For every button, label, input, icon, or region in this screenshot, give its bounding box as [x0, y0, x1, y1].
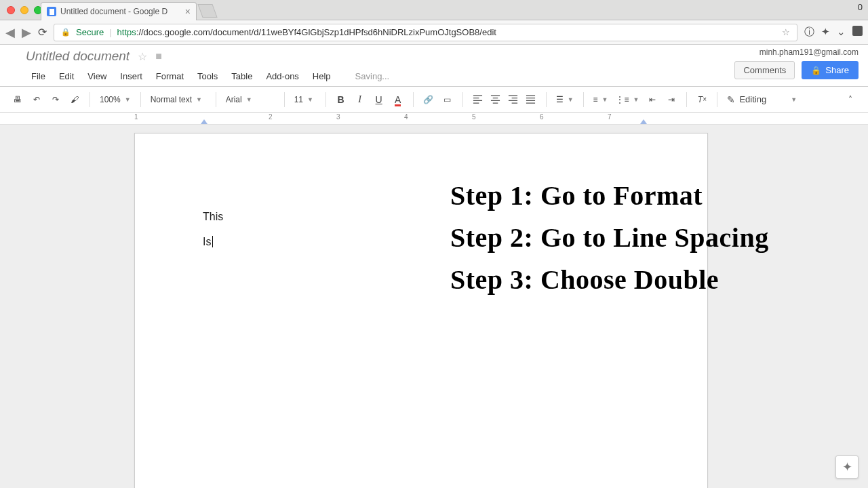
ruler-mark: 6	[540, 113, 544, 121]
minimize-window-icon[interactable]	[20, 6, 28, 14]
style-picker[interactable]: Normal text▼	[148, 95, 209, 104]
menu-file[interactable]: File	[26, 69, 51, 83]
url-text: https://docs.google.com/document/d/11weB…	[117, 27, 496, 37]
info-icon[interactable]: ⓘ	[804, 26, 814, 39]
ruler-mark: 3	[336, 113, 340, 121]
document-body[interactable]: This Is	[203, 205, 223, 255]
menu-help[interactable]: Help	[307, 69, 336, 83]
overlay-step-3: Step 3: Choose Double	[450, 259, 769, 301]
docs-favicon-icon	[47, 7, 56, 16]
menu-view[interactable]: View	[82, 69, 112, 83]
share-button[interactable]: 🔒Share	[802, 61, 859, 79]
document-title[interactable]: Untitled document	[26, 49, 130, 64]
paint-format-icon[interactable]: 🖌	[66, 92, 83, 108]
redo-icon[interactable]: ↷	[47, 92, 64, 108]
formatting-toolbar: 🖶 ↶ ↷ 🖌 100%▼ Normal text▼ Arial▼ 11▼ B …	[0, 87, 868, 113]
lock-icon: 🔒	[61, 28, 71, 37]
docs-header: Untitled document ☆ ■ File Edit View Ins…	[0, 45, 868, 87]
text-color-button[interactable]: A	[390, 92, 406, 108]
ruler-mark: 7	[608, 113, 612, 121]
comments-button[interactable]: Comments	[734, 61, 795, 79]
address-bar[interactable]: 🔒 Secure | https://docs.google.com/docum…	[54, 24, 797, 41]
ruler-mark: 4	[404, 113, 408, 121]
ruler-mark: 2	[269, 113, 273, 121]
reload-icon[interactable]: ⟳	[38, 26, 47, 39]
overlay-step-1: Step 1: Go to Format	[450, 175, 769, 217]
clear-formatting-icon[interactable]: T×	[694, 92, 710, 108]
browser-tab[interactable]: Untitled document - Google D ×	[41, 2, 197, 20]
font-picker[interactable]: Arial▼	[223, 95, 277, 104]
italic-button[interactable]: I	[352, 92, 368, 108]
increase-indent-icon[interactable]: ⇥	[663, 92, 679, 108]
editing-mode-picker[interactable]: ✎Editing▼	[724, 94, 800, 105]
save-status: Saving...	[350, 69, 395, 83]
evernote-icon[interactable]: ✦	[821, 26, 830, 39]
extension-icon[interactable]	[852, 26, 863, 36]
share-label: Share	[825, 65, 849, 75]
overlay-step-2: Step 2: Go to Line Spacing	[450, 217, 769, 259]
browser-toolbar: ◀ ▶ ⟳ 🔒 Secure | https://docs.google.com…	[0, 20, 868, 45]
line-spacing-icon[interactable]: ☰▼	[553, 95, 576, 104]
menu-tools[interactable]: Tools	[192, 69, 223, 83]
decrease-indent-icon[interactable]: ⇤	[644, 92, 660, 108]
user-email[interactable]: minh.pham191@gmail.com	[734, 47, 859, 57]
lock-icon: 🔒	[811, 66, 821, 75]
traffic-lights	[0, 6, 42, 14]
forward-icon[interactable]: ▶	[22, 25, 31, 40]
back-icon[interactable]: ◀	[5, 25, 15, 40]
align-left-icon[interactable]	[470, 92, 486, 108]
undo-icon[interactable]: ↶	[28, 92, 45, 108]
tab-title: Untitled document - Google D	[60, 7, 167, 16]
print-icon[interactable]: 🖶	[9, 92, 26, 108]
underline-button[interactable]: U	[371, 92, 387, 108]
menu-table[interactable]: Table	[226, 69, 258, 83]
horizontal-ruler[interactable]: 1 1 2 3 4 5 6 7	[0, 113, 868, 125]
close-tab-icon[interactable]: ×	[185, 6, 191, 17]
bookmark-star-icon[interactable]: ☆	[782, 27, 790, 37]
tutorial-overlay: Step 1: Go to Format Step 2: Go to Line …	[450, 175, 769, 301]
ruler-mark: 5	[472, 113, 476, 121]
new-tab-button[interactable]	[197, 4, 217, 18]
fontsize-picker[interactable]: 11▼	[292, 95, 319, 104]
align-right-icon[interactable]	[505, 92, 521, 108]
menu-edit[interactable]: Edit	[54, 69, 79, 83]
menu-bar: File Edit View Insert Format Tools Table…	[26, 69, 395, 83]
insert-link-icon[interactable]: 🔗	[420, 92, 437, 108]
left-margin-marker-icon[interactable]	[201, 119, 208, 124]
extension-icons: ⓘ ✦ ⌄	[804, 26, 863, 39]
text-line: Is	[203, 230, 223, 255]
explore-button[interactable]: ✦	[835, 455, 859, 479]
align-justify-icon[interactable]	[523, 92, 539, 108]
bulleted-list-icon[interactable]: ⋮≡▼	[613, 95, 642, 104]
move-folder-icon[interactable]: ■	[155, 50, 162, 63]
zoom-picker[interactable]: 100%▼	[97, 95, 134, 104]
corner-indicator: 0	[858, 2, 863, 12]
collapse-toolbar-icon[interactable]: ˄	[842, 92, 859, 108]
window-titlebar: Untitled document - Google D × 0	[0, 0, 868, 20]
menu-format[interactable]: Format	[151, 69, 189, 83]
text-line: This	[203, 205, 223, 230]
star-document-icon[interactable]: ☆	[138, 50, 147, 63]
bold-button[interactable]: B	[333, 92, 349, 108]
align-center-icon[interactable]	[488, 92, 504, 108]
secure-label: Secure	[76, 27, 104, 37]
menu-addons[interactable]: Add-ons	[260, 69, 304, 83]
menu-insert[interactable]: Insert	[115, 69, 148, 83]
ruler-mark: 1	[134, 113, 138, 121]
numbered-list-icon[interactable]: ≡▼	[591, 95, 611, 104]
close-window-icon[interactable]	[7, 6, 15, 14]
pocket-icon[interactable]: ⌄	[837, 26, 846, 39]
right-margin-marker-icon[interactable]	[640, 119, 647, 124]
insert-comment-icon[interactable]: ▭	[439, 92, 456, 108]
